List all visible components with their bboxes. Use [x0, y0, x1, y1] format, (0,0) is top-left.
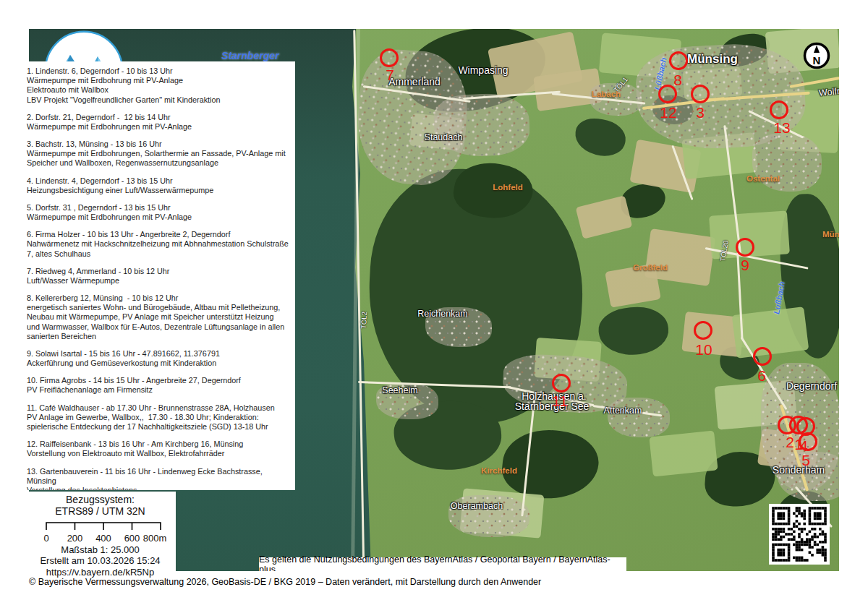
legend-entry-details: Nahwärmenetz mit Hackschnitzelheizung mi…	[27, 239, 289, 258]
map-label: Staudach	[425, 132, 463, 142]
legend-entry: 5. Dorfstr. 31 , Degerndorf - 13 bis 15 …	[27, 203, 289, 222]
legend-entry-details: Luft/Wasser Wärmepumpe	[27, 276, 289, 286]
scale-tick-label: 400	[95, 533, 111, 544]
forest-patch	[573, 116, 628, 158]
map-label: Oberambach	[451, 501, 503, 511]
scale-tick-label: 800m	[143, 533, 167, 544]
legend-entry-details: Wärmepumpe mit Erdbohrungen mit PV-Anlag…	[27, 213, 289, 222]
forest-patch	[499, 425, 601, 503]
map-label: Sonderham	[773, 464, 825, 476]
event-marker-number: 6	[757, 368, 766, 383]
short-url: https://v.bayern.de/kR5Np	[25, 567, 176, 578]
legend-entry-title: 8. Kellererberg 12, Münsing - 10 bis 12 …	[27, 293, 289, 303]
map-label: Ostental	[746, 174, 780, 183]
event-marker-number: 10	[695, 342, 712, 357]
event-marker-circle	[658, 85, 677, 103]
legend-entry-details: Ackerführung und Gemüseverkostung mit Ki…	[27, 359, 289, 368]
event-marker-number: 12	[660, 105, 676, 120]
settlement-area	[752, 134, 822, 192]
legend-entry-details: energetisch saniertes Wohn- und Bürogebä…	[27, 303, 289, 341]
legend-entry-details: PV Freiflächenanlage am Firmensitz	[27, 385, 289, 395]
event-marker-number: 13	[773, 120, 790, 135]
copyright-attribution: © Bayerische Vermessungsverwaltung 2026,…	[29, 577, 541, 587]
scale-tick-label: 200	[67, 533, 83, 544]
event-marker-circle	[380, 48, 399, 67]
scale-tick-label: 0	[43, 533, 48, 544]
qr-code-icon	[769, 504, 830, 565]
legend-entry: 13. Gartenbauverein - 11 bis 16 Uhr - Li…	[27, 467, 289, 491]
field-patch	[649, 430, 718, 476]
event-marker-number: 8	[673, 72, 682, 87]
map-label: Wimpasing	[458, 64, 508, 76]
map-label: Müns	[822, 230, 839, 239]
legend-entry-details: Wärmepumpe mit Erdbohrungen mit PV-Anlag…	[27, 122, 289, 132]
map-label: Lohfeld	[493, 183, 523, 192]
map-label: Großfeld	[633, 263, 668, 272]
map-label: Kirchfeld	[481, 466, 517, 475]
event-marker-circle	[736, 238, 754, 257]
reference-system-value: ETRS89 / UTM 32N	[25, 505, 176, 517]
north-letter: N	[813, 54, 821, 67]
legend-panel: 1. Lindenstr. 6, Degerndorf - 10 bis 13 …	[25, 61, 295, 490]
legend-entry: 4. Lindenstr. 4, Degerndorf - 13 bis 15 …	[27, 176, 289, 195]
bayernatlas-print-page: StarnbergerMünsingLüßbachWolfraAmmerland…	[0, 0, 868, 613]
settlement-area	[608, 398, 670, 437]
event-marker-circle	[669, 51, 688, 70]
event-marker-circle	[694, 321, 712, 340]
map-label: Reichenkam	[417, 309, 467, 319]
event-marker-number: 3	[696, 105, 705, 120]
legend-entry-details: Vorstellung des Insektenbiotops	[27, 486, 289, 490]
qr-code	[769, 504, 830, 565]
legend-entry-title: 11. Café Waldhauser - ab 17.30 Uhr - Bru…	[27, 403, 289, 413]
map-label: Seeheim	[382, 385, 417, 395]
scale-bar: 0200400600800m	[27, 520, 174, 544]
map-label: Degerndorf	[786, 380, 837, 392]
north-arrow-icon: N	[803, 42, 830, 69]
legend-entry: 1. Lindenstr. 6, Degerndorf - 10 bis 13 …	[27, 67, 289, 105]
event-marker-number: 5	[801, 453, 810, 468]
legend-entry: 9. Solawi Isartal - 15 bis 16 Uhr - 47.8…	[27, 349, 289, 368]
event-marker-number: 7	[386, 67, 394, 82]
legend-entry-title: 7. Riedweg 4, Ammerland - 10 bis 12 Uhr	[27, 267, 289, 276]
event-marker-number: 2	[786, 434, 794, 450]
legend-entry: 2. Dorfstr. 21, Degerndorf - 12 bis 14 U…	[27, 113, 289, 132]
event-marker-circle	[778, 416, 796, 434]
map-label: Münsing	[687, 52, 738, 67]
legend-entry: 3. Bachstr. 13, Münsing - 13 bis 16 UhrW…	[27, 140, 289, 168]
event-marker-circle	[753, 347, 772, 366]
created-timestamp: Erstellt am 10.03.2026 15:24	[25, 556, 176, 566]
scale-tick-label: 600	[124, 533, 140, 544]
terms-bar: Es gelten die Nutzungsbedingungen des Ba…	[259, 557, 626, 571]
legend-entry: 11. Café Waldhauser - ab 17.30 Uhr - Bru…	[27, 403, 289, 432]
legend-entry-details: PV Anlage im Gewerbe, Wallbox,, 17.30 - …	[27, 413, 289, 432]
legend-entries: 1. Lindenstr. 6, Degerndorf - 10 bis 13 …	[27, 67, 289, 490]
legend-entry: 10. Firma Agrobs - 14 bis 15 Uhr - Anger…	[27, 376, 289, 395]
legend-entry-title: 10. Firma Agrobs - 14 bis 15 Uhr - Anger…	[27, 376, 289, 385]
legend-entry-title: 13. Gartenbauverein - 11 bis 16 Uhr - Li…	[27, 467, 289, 486]
map-info-panel: Bezugssystem: ETRS89 / UTM 32N 020040060…	[25, 492, 176, 571]
terms-text: Es gelten die Nutzungsbedingungen des Ba…	[259, 554, 626, 572]
legend-entry: 12. Raiffeisenbank - 13 bis 16 Uhr - Am …	[27, 440, 289, 458]
map-label: Attenkam	[604, 406, 642, 416]
forest-patch	[596, 303, 671, 360]
scale-label: Maßstab 1: 25.000	[25, 545, 176, 555]
legend-entry-title: 2. Dorfstr. 21, Degerndorf - 12 bis 14 U…	[27, 113, 289, 122]
legend-entry-details: Heizungsbesichtigung einer Luft/Wasserwä…	[27, 186, 289, 195]
map-label: TÖL2	[359, 312, 368, 329]
field-patch	[576, 195, 633, 239]
legend-entry-title: 6. Firma Holzer - 10 bis 13 Uhr - Angerb…	[27, 230, 289, 239]
map-label: Starnberger	[221, 50, 278, 61]
event-marker-number: 9	[741, 257, 749, 273]
map-label: Ammerland	[388, 76, 441, 87]
legend-entry-title: 5. Dorfstr. 31 , Degerndorf - 13 bis 15 …	[27, 203, 289, 213]
legend-entry-details: Vorstellung von Elektroauto mit Wallbox,…	[27, 449, 289, 458]
north-arrow: N	[803, 42, 830, 69]
event-marker-circle	[691, 85, 710, 103]
legend-entry-title: 12. Raiffeisenbank - 13 bis 16 Uhr - Am …	[27, 440, 289, 449]
event-marker-circle	[799, 432, 817, 451]
event-marker-number: 11	[552, 393, 568, 408]
legend-entry: 8. Kellererberg 12, Münsing - 10 bis 12 …	[27, 293, 289, 341]
event-marker-circle	[770, 100, 788, 119]
legend-entry-title: 3. Bachstr. 13, Münsing - 13 bis 16 Uhr	[27, 140, 289, 149]
legend-entry-details: Wärmepumpe mit Erdbohrung mit PV-Anlage …	[27, 76, 289, 105]
